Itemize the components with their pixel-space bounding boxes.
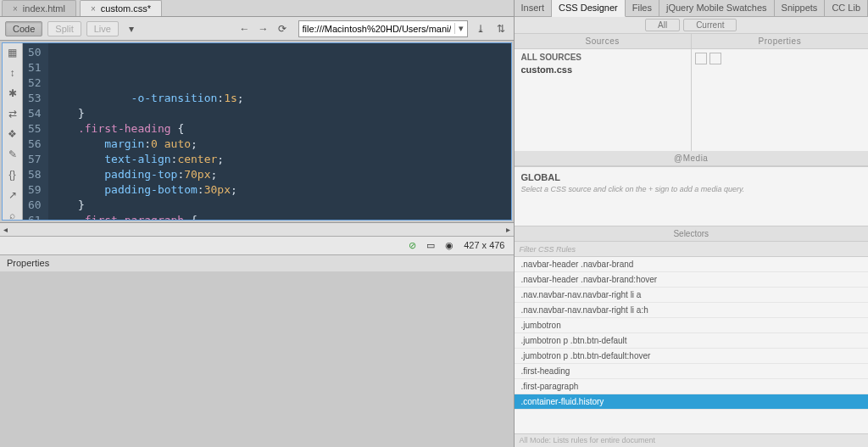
right-tab[interactable]: Insert (515, 0, 553, 16)
tool-icon[interactable]: ✎ (8, 148, 17, 160)
properties-column: Properties (692, 34, 868, 151)
code-line[interactable]: } (52, 198, 508, 213)
media-hint: Select a CSS source and click on the + s… (521, 184, 862, 194)
chevron-down-icon[interactable]: ▾ (454, 23, 467, 34)
bottom-filler (0, 271, 514, 448)
tool-icon[interactable]: ✱ (8, 87, 17, 99)
line-number: 61 (28, 213, 42, 220)
selectors-list[interactable]: .navbar-header .navbar-brand.navbar-head… (515, 257, 869, 433)
scroll-right-icon[interactable]: ▸ (506, 225, 510, 234)
code-line[interactable]: .first-heading { (52, 121, 508, 137)
tab-label: index.html (23, 3, 65, 14)
selector-item[interactable]: .jumbotron (515, 318, 869, 333)
line-number: 58 (28, 167, 42, 182)
layout-icon[interactable] (695, 53, 707, 64)
selectors-panel: Selectors Filter CSS Rules .navbar-heade… (515, 226, 869, 447)
line-number: 55 (28, 121, 42, 137)
tool-icon[interactable]: ⇄ (8, 108, 17, 120)
selector-item[interactable]: .navbar-header .navbar-brand (515, 257, 869, 272)
right-tab[interactable]: Snippets (775, 0, 826, 16)
tool-icon[interactable]: ❖ (8, 128, 17, 140)
code-area[interactable]: 5051525354555657585960616263646566676869… (23, 43, 511, 220)
file-tab-bar: × index.html × custom.css* (0, 0, 514, 17)
address-input[interactable] (299, 24, 454, 34)
filter-current[interactable]: Current (683, 19, 737, 31)
code-content[interactable]: 𝙸 -o-transition:1s; } .first-heading { m… (48, 43, 511, 220)
tool-icon[interactable]: ↗ (8, 189, 17, 201)
close-icon[interactable]: × (13, 4, 18, 14)
code-view-button[interactable]: Code (5, 21, 42, 36)
forward-icon[interactable]: → (256, 21, 271, 36)
selectors-filter-input[interactable]: Filter CSS Rules (515, 242, 869, 257)
nav-arrows: ← → ⟳ (237, 21, 290, 36)
code-line[interactable]: } (52, 106, 508, 121)
close-icon[interactable]: × (91, 4, 96, 14)
line-number: 53 (28, 91, 42, 106)
selector-item[interactable]: .first-heading (515, 364, 869, 379)
code-line[interactable]: -o-transition:1s; (52, 91, 508, 106)
line-number: 56 (28, 137, 42, 152)
media-panel: @Media GLOBAL Select a CSS source and cl… (515, 151, 869, 226)
selector-item[interactable]: .jumbotron p .btn.btn-default:hover (515, 349, 869, 364)
selectors-title: Selectors (515, 226, 869, 242)
selector-item[interactable]: .container-fluid.history (515, 394, 869, 410)
all-sources-heading: ALL SOURCES (521, 53, 684, 62)
selector-item[interactable]: .jumbotron p .btn.btn-default (515, 333, 869, 349)
status-bar: ⊘ ▭ ◉ 427 x 476 (0, 236, 514, 254)
tool-icon[interactable]: ▦ (8, 47, 17, 59)
media-body[interactable]: GLOBAL Select a CSS source and click on … (515, 166, 869, 226)
scroll-left-icon[interactable]: ◂ (3, 225, 8, 234)
sources-title: Sources (515, 34, 691, 49)
code-line[interactable]: .first-paragraph { (52, 213, 508, 220)
chevron-down-icon[interactable]: ▾ (124, 21, 139, 36)
filter-row: All Current (515, 17, 869, 34)
selector-item[interactable]: .first-paragraph (515, 379, 869, 394)
properties-label: Properties (7, 258, 49, 268)
address-bar[interactable]: ▾ (298, 20, 468, 37)
view-toolbar: Code Split Live ▾ ← → ⟳ ▾ ⤓ ⇅ (0, 17, 514, 41)
device-icon[interactable]: ▭ (426, 240, 435, 251)
tool-icon[interactable]: {} (8, 169, 15, 181)
selector-item[interactable]: .nav.navbar-nav.navbar-right li a (515, 288, 869, 303)
code-line[interactable]: margin:0 auto; (52, 137, 508, 152)
split-view-button[interactable]: Split (47, 21, 81, 36)
filter-all[interactable]: All (645, 19, 680, 31)
selectors-footer: All Mode: Lists rules for entire documen… (515, 433, 869, 447)
selector-item[interactable]: .nav.navbar-nav.navbar-right li a:h (515, 303, 869, 318)
tool-icon[interactable]: ↕ (10, 67, 15, 79)
css-designer-pane: InsertCSS DesignerFilesjQuery Mobile Swa… (514, 0, 869, 447)
right-tab[interactable]: jQuery Mobile Swatches (659, 0, 775, 16)
sources-body[interactable]: ALL SOURCES custom.css (515, 49, 691, 151)
properties-body[interactable] (692, 49, 868, 151)
line-number: 50 (28, 45, 42, 60)
sort-icon[interactable]: ⇅ (493, 21, 509, 36)
live-view-button[interactable]: Live (86, 21, 119, 36)
download-icon[interactable]: ⤓ (473, 21, 488, 36)
check-icon[interactable]: ⊘ (409, 240, 416, 251)
tool-icon[interactable]: ⌕ (9, 210, 15, 221)
code-line[interactable]: padding-top:70px; (52, 167, 508, 182)
text-icon[interactable] (709, 53, 721, 64)
right-tab[interactable]: CSS Designer (552, 0, 626, 17)
right-tab[interactable]: CC Lib (825, 0, 868, 16)
code-line[interactable]: padding-bottom:30px; (52, 182, 508, 198)
properties-panel-header[interactable]: Properties (0, 254, 514, 271)
media-global[interactable]: GLOBAL (521, 172, 862, 182)
right-tab[interactable]: Files (626, 0, 659, 16)
tab-index[interactable]: × index.html (2, 0, 76, 16)
line-number: 59 (28, 182, 42, 198)
line-number: 52 (28, 75, 42, 91)
selector-item[interactable]: .navbar-header .navbar-brand:hover (515, 272, 869, 288)
reload-icon[interactable]: ⟳ (275, 21, 290, 36)
filter-placeholder: Filter CSS Rules (520, 245, 576, 254)
back-icon[interactable]: ← (237, 21, 253, 36)
globe-icon[interactable]: ◉ (445, 240, 453, 251)
horizontal-scrollbar[interactable]: ◂ ▸ (0, 222, 514, 236)
code-line[interactable]: text-align:center; (52, 152, 508, 167)
right-panel-tabs: InsertCSS DesignerFilesjQuery Mobile Swa… (515, 0, 869, 17)
code-gutter-tools: ▦ ↕ ✱ ⇄ ❖ ✎ {} ↗ ⌕ (3, 43, 23, 220)
line-number: 54 (28, 106, 42, 121)
media-title: @Media (515, 151, 869, 166)
source-file-item[interactable]: custom.css (521, 64, 684, 75)
tab-custom-css[interactable]: × custom.css* (80, 0, 162, 16)
